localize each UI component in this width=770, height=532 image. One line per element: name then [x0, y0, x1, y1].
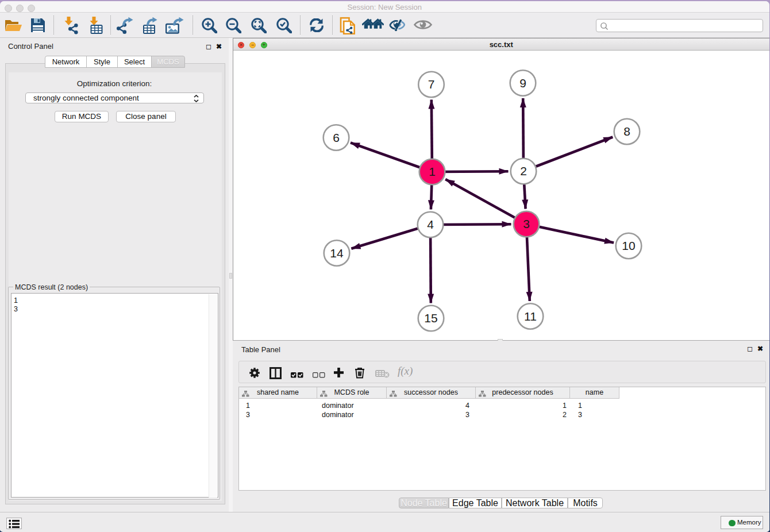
svg-text:14: 14 — [330, 246, 344, 260]
svg-text:1: 1 — [429, 165, 436, 178]
svg-text:4: 4 — [427, 218, 434, 231]
svg-text:15: 15 — [424, 311, 437, 325]
svg-text:8: 8 — [623, 125, 630, 138]
svg-text:6: 6 — [333, 131, 340, 144]
svg-text:11: 11 — [524, 310, 537, 323]
svg-text:2: 2 — [520, 164, 527, 178]
svg-text:7: 7 — [428, 78, 434, 91]
svg-text:9: 9 — [519, 76, 526, 90]
svg-text:3: 3 — [523, 217, 530, 230]
svg-text:10: 10 — [622, 239, 635, 252]
